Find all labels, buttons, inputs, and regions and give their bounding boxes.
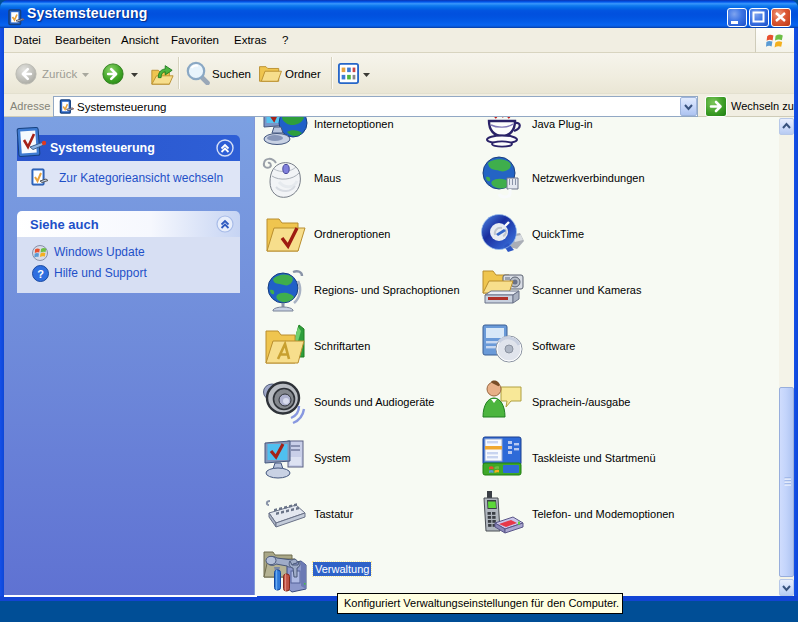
- svg-text:?: ?: [37, 268, 44, 280]
